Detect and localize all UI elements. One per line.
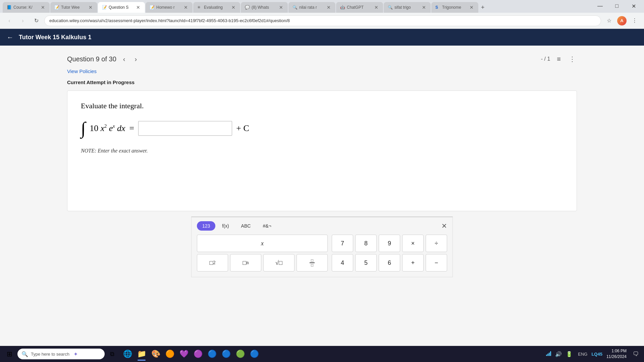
taskbar-app-6[interactable]: 🔵 [219, 347, 233, 361]
question-text: Evaluate the integral. [81, 102, 563, 110]
kb-multiply-button[interactable]: × [402, 235, 424, 252]
kb-6-button[interactable]: 6 [379, 254, 400, 272]
tab-4-title: Homewo r [156, 5, 181, 10]
kb-4-button[interactable]: 4 [332, 254, 353, 272]
app-1-icon: 🎨 [151, 350, 160, 358]
battery-icon: 🔋 [565, 350, 574, 359]
close-window-button[interactable]: ✕ [626, 1, 641, 11]
kb-tab-fx[interactable]: f(x) [217, 221, 234, 231]
kb-9-button[interactable]: 9 [379, 235, 400, 252]
back-button[interactable]: ‹ [4, 15, 15, 26]
tab-1[interactable]: 📘 Course: K/ ✕ [3, 2, 50, 13]
tab-10[interactable]: S Trigonome ✕ [431, 2, 478, 13]
address-bar[interactable]: education.wiley.com/was/ui/v2/assessment… [44, 15, 601, 26]
kb-5-button[interactable]: 5 [355, 254, 377, 272]
minimize-button[interactable]: — [592, 1, 608, 11]
tab-8[interactable]: 🤖 ChatGPT ✕ [336, 2, 383, 13]
kb-tab-special[interactable]: #&¬ [257, 221, 276, 231]
taskbar-app-2[interactable]: 🟠 [163, 347, 176, 361]
kb-tab-123[interactable]: 123 [197, 221, 215, 231]
tab-3[interactable]: 📝 Question S ✕ [98, 2, 145, 13]
main-content: Question 9 of 30 ‹ › - / 1 ≡ ⋮ View Poli… [0, 46, 644, 346]
kb-plus-button[interactable]: + [402, 254, 424, 272]
kb-fraction-button[interactable]: □ □ [297, 254, 328, 272]
taskbar-app-7[interactable]: 🟢 [233, 347, 247, 361]
tab-4-close[interactable]: ✕ [183, 4, 189, 11]
kb-x-button[interactable]: x [197, 235, 328, 252]
taskbar-search[interactable]: 🔍 Type here to search ✦ [17, 349, 105, 359]
kb-minus-button[interactable]: − [426, 254, 447, 272]
prev-question-button[interactable]: ‹ [120, 54, 128, 64]
reload-button[interactable]: ↻ [31, 15, 42, 26]
taskbar-app-8[interactable]: 🔵 [248, 347, 261, 361]
task-view-button[interactable]: ⧉ [106, 348, 118, 360]
kb-divide-button[interactable]: ÷ [426, 235, 447, 252]
tab-8-favicon: 🤖 [340, 5, 345, 10]
start-icon: ⊞ [7, 350, 12, 358]
kb-7-button[interactable]: 7 [332, 235, 353, 252]
tab-5-favicon: ✳ [197, 5, 202, 10]
app-4-icon: 🟣 [194, 350, 203, 358]
tab-1-close[interactable]: ✕ [40, 4, 46, 11]
question-box: Evaluate the integral. ∫ 10 x2 ex dx = +… [67, 90, 577, 211]
bookmark-button[interactable]: ☆ [604, 15, 614, 26]
tab-6-close[interactable]: ✕ [278, 4, 284, 11]
question-score: - / 1 [541, 56, 550, 62]
keyboard-tabs: 123 f(x) ABC #&¬ ✕ [197, 221, 447, 231]
tab-2-title: Tutor Wee [61, 5, 86, 10]
taskbar-app-explorer[interactable]: 📁 [135, 347, 148, 361]
keyboard-close-button[interactable]: ✕ [441, 222, 447, 230]
forward-button[interactable]: › [17, 15, 28, 26]
signal-bar-4 [550, 351, 551, 356]
taskbar-app-1[interactable]: 🎨 [149, 347, 162, 361]
taskbar-app-5[interactable]: 🔵 [205, 347, 219, 361]
tab-2-close[interactable]: ✕ [88, 4, 93, 11]
notification-button[interactable]: 🗨 [631, 349, 641, 359]
tab-9-close[interactable]: ✕ [421, 4, 427, 11]
note-text: NOTE: Enter the exact answer. [81, 148, 563, 154]
tab-6[interactable]: 💬 (8) Whats ✕ [241, 2, 288, 13]
answer-input[interactable] [138, 121, 232, 136]
new-tab-button[interactable]: + [479, 2, 487, 13]
app-active-indicator [138, 360, 146, 361]
tab-4[interactable]: 📝 Homewo r ✕ [146, 2, 193, 13]
tab-2[interactable]: 📝 Tutor Wee ✕ [50, 2, 97, 13]
maximize-button[interactable]: □ [609, 1, 625, 11]
attempt-label: Current Attempt in Progress [67, 79, 577, 85]
question-right: - / 1 ≡ ⋮ [541, 54, 577, 64]
tab-10-close[interactable]: ✕ [469, 4, 474, 11]
taskbar-app-3[interactable]: 💜 [177, 347, 191, 361]
window-controls: — □ ✕ [592, 1, 641, 13]
taskbar-app-4[interactable]: 🟣 [191, 347, 205, 361]
app-8-icon: 🔵 [250, 350, 259, 358]
signal-bar-2 [547, 354, 548, 356]
more-options-button[interactable]: ⋮ [568, 54, 577, 64]
kb-8-button[interactable]: 8 [355, 235, 377, 252]
tab-4-favicon: 📝 [150, 5, 154, 10]
tab-5-title: Evaluating [204, 5, 229, 10]
tab-3-close[interactable]: ✕ [136, 4, 141, 11]
taskbar-app-edge[interactable]: 🌐 [121, 347, 134, 361]
taskbar-search-placeholder: Type here to search [31, 352, 69, 357]
tab-7[interactable]: 🔍 nilai rata r ✕ [288, 2, 335, 13]
keyboard-numrow-1: 7 8 9 × ÷ [332, 235, 447, 252]
list-view-button[interactable]: ≡ [555, 54, 562, 64]
kb-sqrt-button[interactable]: √□ [263, 254, 294, 272]
search-icon: 🔍 [21, 351, 28, 357]
start-button[interactable]: ⊞ [3, 347, 16, 361]
view-policies-link[interactable]: View Policies [67, 68, 97, 74]
tab-5[interactable]: ✳ Evaluating ✕ [193, 2, 240, 13]
kb-tab-abc[interactable]: ABC [236, 221, 256, 231]
app-back-button[interactable]: ← [7, 34, 13, 41]
tab-5-close[interactable]: ✕ [231, 4, 236, 11]
next-question-button[interactable]: › [132, 54, 140, 64]
extensions-button[interactable]: ⋮ [629, 15, 640, 26]
kb-square-button[interactable]: □2 [197, 254, 228, 272]
kb-power-button[interactable]: □n [230, 254, 261, 272]
tab-9[interactable]: 🔍 sifat trigo ✕ [384, 2, 431, 13]
tab-6-favicon: 💬 [245, 5, 250, 10]
profile-avatar[interactable]: A [617, 16, 627, 25]
tab-8-close[interactable]: ✕ [374, 4, 379, 11]
keyboard-row-1: x [197, 235, 328, 252]
tab-7-close[interactable]: ✕ [326, 4, 331, 11]
